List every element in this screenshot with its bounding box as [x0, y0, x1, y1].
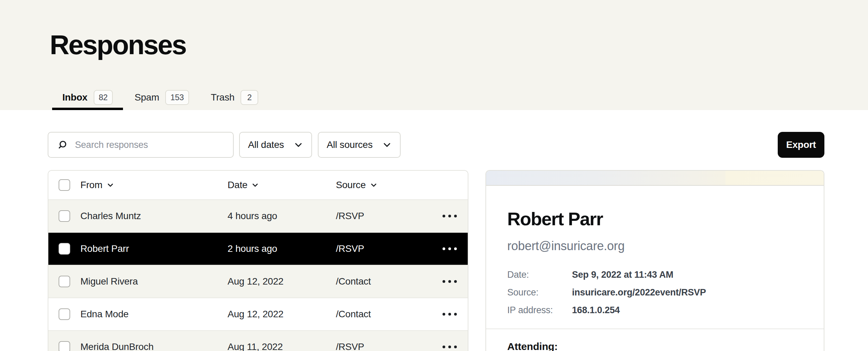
ellipsis-icon: [443, 346, 445, 348]
chevron-down-icon: [382, 140, 392, 150]
search-box[interactable]: [48, 132, 234, 158]
search-input[interactable]: [75, 140, 226, 150]
column-header-source-label: Source: [336, 180, 366, 190]
tab-inbox-count-badge: 82: [94, 90, 113, 105]
ellipsis-icon: [448, 313, 451, 316]
respondent-name: Robert Parr: [507, 208, 803, 229]
tab-inbox[interactable]: Inbox 82: [52, 87, 123, 110]
meta-value-ip: 168.1.0.254: [572, 305, 803, 316]
row-from: Robert Parr: [80, 243, 228, 254]
tab-spam-label: Spam: [135, 92, 159, 103]
row-source: /RSVP: [336, 211, 437, 222]
column-header-date[interactable]: Date: [228, 180, 336, 190]
column-header-from[interactable]: From: [80, 180, 228, 190]
row-checkbox[interactable]: [59, 341, 70, 351]
chevron-down-icon: [294, 140, 303, 150]
ellipsis-icon: [448, 215, 451, 217]
date-filter-value: All dates: [248, 139, 284, 150]
row-source: /Contact: [336, 276, 437, 287]
tab-spam[interactable]: Spam 153: [124, 87, 199, 110]
toolbar: All dates All sources Export: [0, 132, 868, 158]
ellipsis-icon: [443, 313, 445, 316]
ellipsis-icon: [448, 280, 451, 283]
row-menu-button[interactable]: [442, 342, 458, 351]
row-menu-button[interactable]: [442, 211, 458, 221]
row-date: Aug 12, 2022: [228, 276, 336, 287]
row-source: /RSVP: [336, 243, 437, 254]
search-icon: [57, 139, 68, 150]
ellipsis-icon: [454, 215, 457, 217]
tab-inbox-label: Inbox: [62, 92, 88, 103]
row-from: Miguel Rivera: [80, 276, 228, 287]
table-row[interactable]: Miguel Rivera Aug 12, 2022 /Contact: [48, 265, 468, 297]
column-header-from-label: From: [80, 180, 103, 190]
chevron-down-icon: [370, 181, 377, 189]
panel-divider: [486, 329, 824, 329]
tab-trash[interactable]: Trash 2: [201, 87, 269, 110]
meta-label-date: Date:: [507, 270, 572, 280]
meta-value-date: Sep 9, 2022 at 11:43 AM: [572, 270, 803, 280]
meta-label-source: Source:: [507, 287, 572, 298]
meta-label-ip: IP address:: [507, 305, 572, 316]
row-date: Aug 11, 2022: [228, 341, 336, 351]
tab-trash-count-badge: 2: [241, 90, 258, 105]
row-source: /Contact: [336, 309, 437, 320]
select-all-checkbox[interactable]: [59, 179, 70, 191]
row-date: Aug 12, 2022: [228, 309, 336, 320]
source-filter-value: All sources: [327, 139, 373, 150]
meta-value-source: insuricare.org/2022event/RSVP: [572, 287, 803, 298]
panel-gradient-strip: [486, 171, 824, 186]
responses-table: From Date Source Charles Muntz 4 hours a…: [48, 170, 468, 351]
row-menu-button[interactable]: [442, 277, 458, 286]
table-header-row: From Date Source: [48, 171, 468, 199]
ellipsis-icon: [454, 280, 457, 283]
row-date: 2 hours ago: [228, 243, 336, 254]
row-checkbox[interactable]: [59, 308, 70, 320]
chevron-down-icon: [107, 181, 114, 189]
tab-spam-count-badge: 153: [165, 90, 189, 105]
row-checkbox[interactable]: [59, 276, 70, 287]
column-header-source[interactable]: Source: [336, 180, 437, 190]
tab-trash-label: Trash: [211, 92, 235, 103]
table-row[interactable]: Merida DunBroch Aug 11, 2022 /RSVP: [48, 330, 468, 351]
source-filter-dropdown[interactable]: All sources: [318, 132, 401, 158]
column-header-date-label: Date: [228, 180, 247, 190]
row-checkbox[interactable]: [59, 243, 70, 255]
ellipsis-icon: [454, 346, 457, 348]
row-checkbox[interactable]: [59, 210, 70, 222]
chevron-down-icon: [251, 181, 259, 189]
attending-section-heading: Attending:: [507, 341, 803, 351]
row-date: 4 hours ago: [228, 211, 336, 222]
date-filter-dropdown[interactable]: All dates: [239, 132, 312, 158]
ellipsis-icon: [443, 280, 445, 283]
ellipsis-icon: [443, 215, 445, 217]
folder-tabs: Inbox 82 Spam 153 Trash 2: [52, 87, 268, 110]
respondent-email: robert@insuricare.org: [507, 239, 803, 253]
row-source: /RSVP: [336, 341, 437, 351]
ellipsis-icon: [443, 247, 445, 250]
table-row-selected[interactable]: Robert Parr 2 hours ago /RSVP: [48, 232, 468, 265]
row-menu-button[interactable]: [442, 244, 458, 254]
response-detail-panel: Robert Parr robert@insuricare.org Date: …: [485, 170, 824, 351]
row-from: Merida DunBroch: [80, 341, 228, 351]
export-button[interactable]: Export: [778, 132, 824, 158]
ellipsis-icon: [454, 247, 457, 250]
ellipsis-icon: [448, 346, 451, 348]
table-row[interactable]: Edna Mode Aug 12, 2022 /Contact: [48, 297, 468, 330]
page-title: Responses: [50, 29, 186, 61]
page-header: Responses Inbox 82 Spam 153 Trash 2: [0, 0, 868, 110]
response-meta: Date: Sep 9, 2022 at 11:43 AM Source: in…: [507, 270, 803, 316]
table-row[interactable]: Charles Muntz 4 hours ago /RSVP: [48, 199, 468, 232]
row-from: Charles Muntz: [80, 211, 228, 222]
row-from: Edna Mode: [80, 309, 228, 320]
ellipsis-icon: [454, 313, 457, 316]
ellipsis-icon: [448, 247, 451, 250]
row-menu-button[interactable]: [442, 309, 458, 319]
